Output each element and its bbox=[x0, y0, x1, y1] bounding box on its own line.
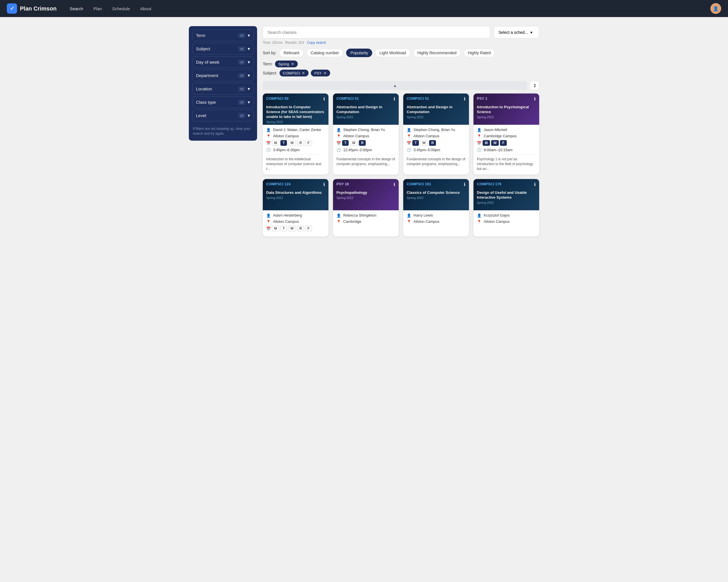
sort-relevant[interactable]: Relevant bbox=[279, 49, 304, 57]
info-icon[interactable]: ℹ bbox=[323, 182, 325, 187]
card-code: COMPSCI 179 bbox=[477, 182, 501, 186]
card-title: Introduction to Computer Science (for SE… bbox=[266, 105, 325, 119]
info-icon[interactable]: ℹ bbox=[464, 96, 466, 102]
scroll-bar[interactable]: ▲ bbox=[263, 81, 527, 90]
card-title: Data Structures and Algorithms bbox=[266, 190, 325, 195]
filter-dayofweek-badge: or bbox=[238, 60, 245, 65]
card-location: 📍 Allston Campus bbox=[266, 219, 325, 224]
card-code: COMPSCI 51 bbox=[336, 96, 359, 101]
filter-dayofweek[interactable]: Day of week or ▾ bbox=[192, 56, 254, 68]
term-filter-row: Term: Spring ✕ bbox=[263, 60, 539, 67]
day-pill-R: R bbox=[297, 226, 304, 231]
nav-link-schedule[interactable]: Schedule bbox=[108, 4, 134, 13]
card-location: 📍 Allston Campus bbox=[407, 134, 466, 138]
card-term: Spring 2022 bbox=[477, 201, 536, 204]
user-avatar[interactable]: 👤 bbox=[710, 3, 721, 14]
card-term: Spring 2022 bbox=[336, 115, 395, 119]
day-pill-W: W bbox=[288, 226, 296, 231]
sidebar-note: If filters are not showing up, clear you… bbox=[192, 125, 254, 137]
info-icon[interactable]: ℹ bbox=[323, 96, 325, 102]
chevron-down-icon: ▾ bbox=[248, 46, 250, 51]
course-card[interactable]: COMPSCI 179 ℹ Design of Useful and Usabl… bbox=[473, 179, 539, 237]
schedule-select[interactable]: Select a sched... ▾ bbox=[494, 26, 539, 38]
filter-subject-label: Subject bbox=[196, 46, 238, 51]
sort-catalog[interactable]: Catalog number bbox=[307, 49, 343, 57]
sort-row: Sort by: Relevant Catalog number Popular… bbox=[263, 49, 539, 57]
day-pill-W: W bbox=[350, 140, 358, 146]
info-icon[interactable]: ℹ bbox=[534, 182, 536, 187]
card-code: COMPSCI 51 bbox=[407, 96, 429, 101]
filter-location[interactable]: Location or ▾ bbox=[192, 83, 254, 94]
card-instructor: 👤 Stephen Chong, Brian Yu bbox=[336, 128, 395, 132]
term-tag-spring[interactable]: Spring ✕ bbox=[275, 60, 298, 67]
course-card[interactable]: PSY 18 ℹ Psychopathology Spring 2022 👤 R… bbox=[333, 179, 399, 237]
filter-classtype-badge: or bbox=[238, 100, 245, 105]
course-card[interactable]: PSY 1 ℹ Introduction to Psychological Sc… bbox=[473, 93, 539, 174]
day-pill-W: W bbox=[420, 140, 428, 146]
chevron-down-icon: ▾ bbox=[248, 100, 250, 105]
day-pill-F: F bbox=[305, 140, 312, 146]
card-code: PSY 1 bbox=[477, 96, 488, 101]
search-input[interactable] bbox=[263, 26, 490, 38]
filter-department-badge: or bbox=[238, 73, 245, 78]
clock-icon: 🕐 bbox=[477, 148, 482, 152]
card-title: Design of Useful and Usable Interactive … bbox=[477, 190, 536, 200]
info-icon[interactable]: ℹ bbox=[464, 182, 466, 187]
person-icon: 👤 bbox=[477, 128, 482, 132]
nav-logo[interactable]: ✓ Plan Crimson bbox=[7, 3, 57, 13]
close-icon[interactable]: ✕ bbox=[323, 71, 327, 75]
sort-popularity[interactable]: Popularity bbox=[346, 49, 372, 57]
scroll-controls: ▲ ⇕ bbox=[263, 81, 539, 90]
card-instructor: 👤 Krzysztof Gajos bbox=[477, 213, 536, 218]
search-meta: Time: 251ms Results: 201 Copy search bbox=[263, 40, 539, 45]
filter-classtype[interactable]: Class type or ▾ bbox=[192, 96, 254, 108]
filter-location-badge: or bbox=[238, 86, 245, 91]
filter-subject[interactable]: Subject or ▾ bbox=[192, 43, 254, 55]
card-time: 🕐 9:00am–10:15am bbox=[477, 147, 536, 152]
course-card[interactable]: COMPSCI 50 ℹ Introduction to Computer Sc… bbox=[263, 93, 329, 174]
sort-label: Sort by: bbox=[263, 51, 277, 55]
course-card[interactable]: COMPSCI 51 ℹ Abstraction and Design in C… bbox=[333, 93, 399, 174]
card-code: COMPSCI 50 bbox=[266, 96, 289, 101]
card-location: 📍 Allston Campus bbox=[336, 134, 395, 138]
location-icon: 📍 bbox=[266, 220, 271, 224]
nav-link-plan[interactable]: Plan bbox=[89, 4, 106, 13]
sort-direction-button[interactable]: ⇕ bbox=[530, 81, 539, 90]
person-icon: 👤 bbox=[266, 128, 271, 132]
card-title: Introduction to Psychological Science bbox=[477, 105, 536, 114]
card-time: 🕐 3:45pm–6:30pm bbox=[266, 147, 325, 152]
course-card[interactable]: COMPSCI 51 ℹ Abstraction and Design in C… bbox=[403, 93, 469, 174]
info-icon[interactable]: ℹ bbox=[394, 182, 395, 187]
filter-term[interactable]: Term or ▾ bbox=[192, 30, 254, 41]
day-pill-M: M bbox=[483, 140, 490, 146]
filter-department-label: Department bbox=[196, 73, 238, 78]
close-icon[interactable]: ✕ bbox=[291, 62, 294, 66]
course-card[interactable]: COMPSCI 191 ℹ Classics of Computer Scien… bbox=[403, 179, 469, 237]
sort-highly-recommended[interactable]: Highly Recommended bbox=[413, 49, 461, 57]
card-term: Spring 2022 bbox=[266, 120, 325, 123]
sort-highly-rated[interactable]: Highly Rated bbox=[464, 49, 495, 57]
subject-tag-compsci[interactable]: COMPSCI ✕ bbox=[280, 70, 309, 77]
search-input-wrap bbox=[263, 26, 490, 38]
course-card[interactable]: COMPSCI 124 ℹ Data Structures and Algori… bbox=[263, 179, 329, 237]
day-pill-T: T bbox=[280, 140, 287, 146]
info-icon[interactable]: ℹ bbox=[394, 96, 395, 102]
card-instructor: 👤 Harry Lewis bbox=[407, 213, 466, 218]
copy-search-link[interactable]: Copy search bbox=[307, 40, 326, 45]
filter-department[interactable]: Department or ▾ bbox=[192, 70, 254, 81]
day-pill-F: F bbox=[305, 226, 312, 231]
card-term: Spring 2022 bbox=[336, 196, 395, 199]
sort-light-workload[interactable]: Light Workload bbox=[375, 49, 410, 57]
nav-link-search[interactable]: Search bbox=[66, 4, 87, 13]
close-icon[interactable]: ✕ bbox=[302, 71, 305, 75]
nav-link-about[interactable]: About bbox=[136, 4, 155, 13]
card-code: COMPSCI 124 bbox=[266, 182, 291, 186]
filter-level[interactable]: Level or ▾ bbox=[192, 110, 254, 121]
subject-tag-psy[interactable]: PSY ✕ bbox=[311, 70, 330, 77]
sidebar-filters: Term or ▾ Subject or ▾ Day of week or ▾ … bbox=[189, 26, 257, 141]
card-instructor: 👤 Stephen Chong, Brian Yu bbox=[407, 128, 466, 132]
info-icon[interactable]: ℹ bbox=[534, 96, 536, 102]
chevron-down-icon: ▾ bbox=[248, 73, 250, 78]
day-pill-T: T bbox=[342, 140, 349, 146]
filter-subject-badge: or bbox=[238, 46, 245, 51]
